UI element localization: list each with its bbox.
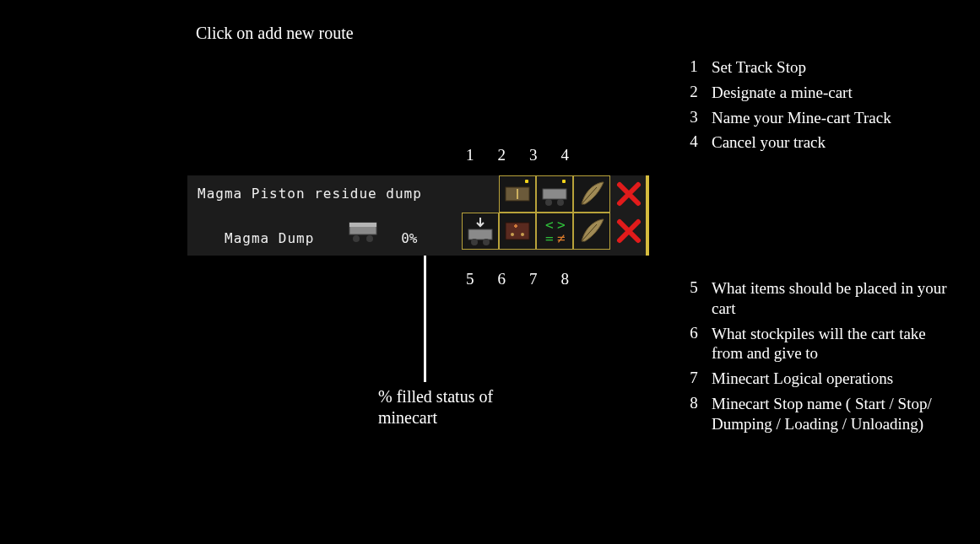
legend-text: Name your Mine-cart Track	[712, 108, 891, 128]
rename-route-button[interactable]	[573, 175, 610, 213]
panel-scrollbar[interactable]	[646, 175, 649, 256]
hauling-routes-panel: Magma Piston residue dump Magma Dump 0%	[187, 175, 647, 256]
svg-point-3	[366, 235, 373, 242]
close-icon	[612, 214, 646, 248]
svg-point-2	[353, 235, 360, 242]
svg-rect-6	[543, 189, 566, 199]
svg-rect-1	[349, 223, 376, 227]
svg-point-14	[511, 233, 514, 236]
stop-items-button[interactable]	[462, 213, 499, 250]
legend-num: 4	[688, 132, 700, 151]
legend-text: What stockpiles will the cart take from …	[712, 324, 948, 364]
feather-icon	[575, 177, 609, 211]
legend-num: 6	[688, 324, 700, 342]
legend-num: 8	[688, 394, 700, 412]
num-label: 5	[466, 270, 474, 288]
num-label: 1	[466, 146, 474, 164]
add-track-stop-button[interactable]	[499, 175, 536, 213]
legend-text: Minecart Stop name ( Start / Stop/ Dumpi…	[712, 394, 948, 434]
legend-num: 5	[688, 278, 700, 297]
legend-top: 1 Set Track Stop 2 Designate a mine-cart…	[688, 57, 891, 158]
stop-name: Magma Dump	[225, 230, 314, 246]
legend-num: 1	[688, 57, 700, 76]
cart-load-icon	[463, 214, 497, 248]
assign-minecart-button[interactable]	[536, 175, 573, 213]
num-label: 8	[561, 270, 570, 288]
legend-text: Designate a mine-cart	[712, 83, 853, 103]
legend-num: 7	[688, 369, 700, 387]
svg-text:≠: ≠	[557, 230, 566, 246]
logic-compare-icon: < > = ≠	[538, 214, 571, 248]
bottom-number-row: 5 6 7 8	[466, 270, 569, 288]
feather-icon	[575, 214, 609, 248]
num-label: 4	[561, 146, 570, 164]
fill-percent: 0%	[401, 230, 417, 246]
stockpile-link-icon	[501, 214, 534, 248]
num-label: 7	[529, 270, 538, 288]
svg-point-8	[557, 199, 564, 206]
route-icon-grid: < > = ≠	[462, 175, 647, 256]
num-label: 2	[498, 146, 506, 164]
legend-num: 2	[688, 83, 700, 101]
svg-point-7	[545, 199, 552, 206]
delete-route-button[interactable]	[610, 175, 647, 213]
route-title[interactable]: Magma Piston residue dump	[198, 186, 422, 202]
num-label: 6	[498, 270, 506, 288]
legend-text: What items should be placed in your cart	[712, 278, 948, 319]
stop-stockpiles-button[interactable]	[499, 213, 536, 250]
stop-conditions-button[interactable]: < > = ≠	[536, 213, 573, 250]
num-label: 3	[529, 146, 538, 164]
legend-text: Set Track Stop	[712, 57, 806, 78]
svg-point-11	[471, 239, 478, 245]
close-icon	[612, 177, 646, 211]
track-stop-plus-icon	[501, 177, 534, 211]
svg-rect-10	[468, 229, 492, 240]
legend-text: Cancel your track	[712, 132, 826, 153]
callout-line	[424, 256, 426, 382]
rename-stop-button[interactable]	[573, 213, 610, 250]
minecart-icon	[346, 228, 389, 246]
delete-stop-button[interactable]	[610, 213, 647, 250]
legend-bottom: 5 What items should be placed in your ca…	[688, 278, 948, 439]
legend-text: Minecart Logical operations	[712, 369, 893, 389]
callout-text: % filled status of minecart	[378, 386, 547, 428]
top-number-row: 1 2 3 4	[466, 146, 569, 164]
instruction-text: Click on add new route	[196, 24, 354, 43]
svg-text:=: =	[545, 230, 554, 246]
legend-num: 3	[688, 108, 700, 127]
svg-point-12	[483, 239, 490, 245]
minecart-plus-icon	[538, 177, 571, 211]
svg-point-15	[521, 233, 524, 236]
